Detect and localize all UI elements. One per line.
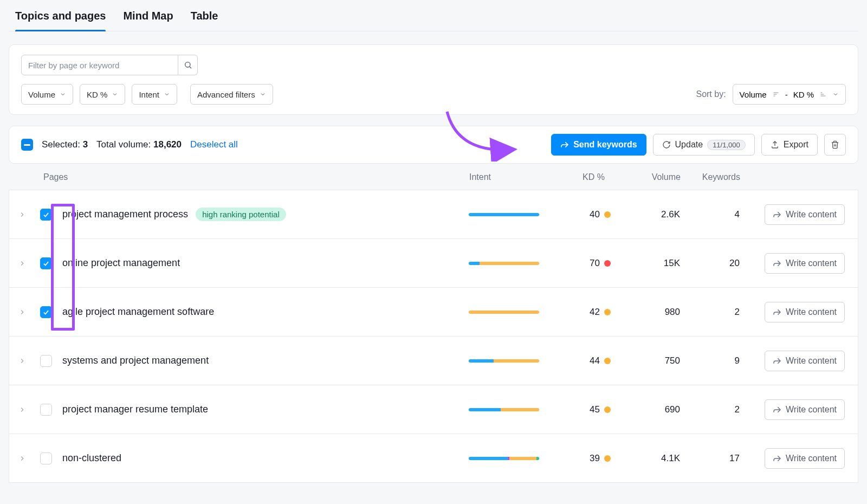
- action-buttons: Send keywords Update 11/1,000 Export: [551, 134, 846, 156]
- total-volume-label: Total volume: 18,620: [96, 139, 182, 150]
- page-title[interactable]: agile project management software: [62, 306, 214, 318]
- send-keywords-button[interactable]: Send keywords: [551, 134, 646, 156]
- page-cell: non-clustered: [62, 453, 469, 464]
- chevron-right-icon: [18, 211, 26, 218]
- row-checkbox[interactable]: [40, 209, 52, 221]
- table-body: project management processhigh ranking p…: [9, 190, 858, 483]
- export-label: Export: [784, 140, 808, 150]
- filter-kd[interactable]: KD %: [80, 84, 125, 105]
- page-title[interactable]: non-clustered: [62, 453, 121, 464]
- selection-bar: Selected: 3 Total volume: 18,620 Deselec…: [9, 126, 858, 164]
- volume-cell: 980: [615, 307, 680, 318]
- volume-cell: 690: [615, 404, 680, 415]
- write-content-button[interactable]: Write content: [765, 399, 845, 420]
- write-content-button[interactable]: Write content: [765, 253, 845, 274]
- row-checkbox[interactable]: [40, 453, 52, 464]
- expand-toggle[interactable]: [15, 308, 30, 316]
- deselect-all-link[interactable]: Deselect all: [190, 139, 238, 150]
- delete-button[interactable]: [824, 134, 846, 156]
- update-button[interactable]: Update 11/1,000: [653, 134, 755, 156]
- tab-table[interactable]: Table: [191, 10, 218, 31]
- col-keywords: Keywords: [681, 172, 746, 182]
- upload-icon: [771, 140, 779, 149]
- col-pages: Pages: [9, 172, 469, 182]
- sort-secondary: KD %: [793, 90, 814, 99]
- row-checkbox[interactable]: [40, 404, 52, 416]
- expand-toggle[interactable]: [15, 406, 30, 413]
- table-row: online project management7015K20Write co…: [9, 239, 858, 288]
- keywords-cell: 9: [680, 356, 745, 366]
- table-row: non-clustered394.1K17Write content: [9, 434, 858, 483]
- kd-difficulty-dot: [604, 455, 611, 462]
- intent-cell: [469, 359, 561, 363]
- expand-toggle[interactable]: [15, 260, 30, 267]
- filter-kd-label: KD %: [87, 90, 107, 99]
- sort-controls: Sort by: Volume - KD %: [696, 84, 846, 105]
- page-cell: project manager resume template: [62, 404, 469, 415]
- send-keywords-label: Send keywords: [573, 140, 637, 150]
- chevron-right-icon: [18, 455, 26, 462]
- sort-button[interactable]: Volume - KD %: [733, 84, 846, 105]
- export-button[interactable]: Export: [761, 134, 818, 156]
- kd-difficulty-dot: [604, 406, 611, 413]
- kd-cell: 45: [561, 404, 615, 415]
- row-checkbox-wrap: [30, 453, 62, 464]
- filter-intent-label: Intent: [139, 90, 159, 99]
- write-content-button[interactable]: Write content: [765, 302, 845, 322]
- intent-bar: [469, 311, 539, 314]
- page-cell: agile project management software: [62, 306, 469, 318]
- tab-mind-map[interactable]: Mind Map: [123, 10, 173, 31]
- action-cell: Write content: [745, 399, 845, 420]
- search-icon: [184, 61, 192, 69]
- action-cell: Write content: [745, 351, 845, 371]
- volume-cell: 15K: [615, 258, 680, 269]
- expand-toggle[interactable]: [15, 455, 30, 462]
- expand-toggle[interactable]: [15, 211, 30, 218]
- page-title[interactable]: systems and project management: [62, 355, 209, 366]
- keywords-cell: 4: [680, 209, 745, 220]
- row-checkbox-wrap: [30, 355, 62, 367]
- write-content-button[interactable]: Write content: [765, 204, 845, 225]
- filters-row: Volume KD % Intent Advanced filters Sort: [21, 84, 846, 105]
- share-arrow-icon: [773, 454, 781, 463]
- page-title[interactable]: online project management: [62, 257, 180, 269]
- page-cell: project management processhigh ranking p…: [62, 208, 469, 221]
- expand-toggle[interactable]: [15, 357, 30, 365]
- keywords-cell: 2: [680, 404, 745, 415]
- bulk-checkbox-indeterminate[interactable]: [21, 139, 33, 151]
- filter-input[interactable]: [21, 55, 178, 75]
- search-button[interactable]: [178, 55, 198, 75]
- col-volume: Volume: [616, 172, 681, 182]
- row-checkbox-wrap: [30, 209, 62, 221]
- action-cell: Write content: [745, 204, 845, 225]
- row-checkbox[interactable]: [40, 257, 52, 269]
- filter-intent[interactable]: Intent: [132, 84, 177, 105]
- write-content-button[interactable]: Write content: [765, 351, 845, 371]
- refresh-icon: [662, 140, 671, 149]
- write-content-label: Write content: [786, 210, 837, 219]
- chevron-down-icon: [164, 91, 170, 98]
- tab-topics-and-pages[interactable]: Topics and pages: [15, 10, 106, 31]
- kd-cell: 42: [561, 307, 615, 318]
- app-frame: Topics and pages Mind Map Table Volume K…: [0, 0, 867, 504]
- trash-icon: [831, 140, 839, 149]
- kd-value: 40: [590, 209, 600, 220]
- keywords-cell: 17: [680, 453, 745, 464]
- page-title[interactable]: project manager resume template: [62, 404, 208, 415]
- kd-difficulty-dot: [604, 309, 611, 315]
- filter-volume[interactable]: Volume: [21, 84, 73, 105]
- filter-advanced-label: Advanced filters: [197, 90, 255, 99]
- intent-cell: [469, 457, 561, 460]
- intent-cell: [469, 311, 561, 314]
- row-checkbox[interactable]: [40, 306, 52, 318]
- share-arrow-icon: [773, 308, 781, 316]
- row-checkbox[interactable]: [40, 355, 52, 367]
- page-cell: systems and project management: [62, 355, 469, 366]
- intent-bar: [469, 359, 539, 363]
- filter-advanced[interactable]: Advanced filters: [190, 84, 273, 105]
- write-content-button[interactable]: Write content: [765, 448, 845, 469]
- filter-volume-label: Volume: [28, 90, 55, 99]
- page-title[interactable]: project management process: [62, 209, 188, 220]
- write-content-label: Write content: [786, 259, 837, 268]
- sort-label: Sort by:: [696, 89, 726, 99]
